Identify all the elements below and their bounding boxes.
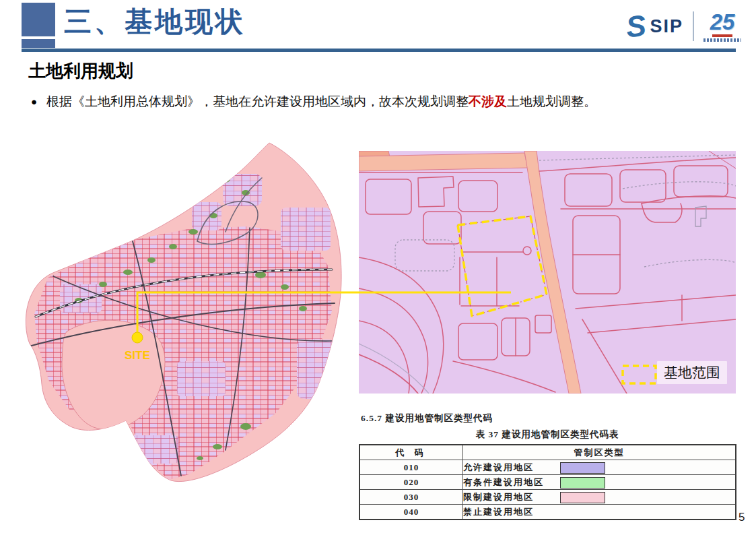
legend-label: 基地范围 — [657, 361, 727, 384]
sip-logo: S SIP 25 — [626, 11, 741, 42]
slide: 三、基地现状 S SIP 25 土地利用规划 ● 根据《土地利用总体规划》，基地… — [0, 0, 756, 535]
bullet-marker: ● — [31, 93, 37, 111]
color-swatch — [560, 477, 605, 489]
code-value: 030 — [359, 490, 463, 505]
anniversary-25-logo: 25 — [703, 11, 741, 42]
type-value: 有条件建设用地区 — [463, 475, 736, 490]
type-value: 允许建设用地区 — [463, 460, 736, 475]
title-rule — [22, 49, 736, 52]
type-label: 有条件建设用地区 — [463, 477, 544, 487]
page-title: 三、基地现状 — [64, 3, 246, 40]
type-label: 禁止建设用地区 — [463, 507, 534, 517]
table-caption: 表 37 建设用地管制区类型代码表 — [359, 429, 736, 441]
bullet-text-pre: 根据《土地利用总体规划》，基地在允许建设用地区域内，故本次规划调整 — [46, 94, 469, 108]
table-row: 040 禁止建设用地区 — [359, 505, 736, 520]
column-header-code: 代 码 — [359, 445, 463, 460]
table-section-heading: 6.5.7 建设用地管制区类型代码 — [361, 412, 736, 424]
control-zone-code-table-block: 6.5.7 建设用地管制区类型代码 表 37 建设用地管制区类型代码表 代 码 … — [359, 412, 736, 520]
code-value: 010 — [359, 460, 463, 475]
sip-swoosh-icon: S — [625, 12, 647, 41]
sip-logo-text: SIP — [650, 16, 683, 37]
type-label: 限制建设用地区 — [463, 492, 534, 502]
logo-divider — [693, 11, 694, 41]
control-zone-code-table: 代 码 管制区类型 010 允许建设用地区 020 有条件建设用地区 030 限… — [359, 444, 736, 520]
bullet-text-post: 土地规划调整。 — [507, 94, 596, 108]
anniversary-caption-mark — [703, 38, 741, 42]
land-use-overview-map — [24, 140, 347, 484]
type-value: 禁止建设用地区 — [463, 505, 736, 520]
section-subtitle: 土地利用规划 — [28, 59, 133, 83]
column-header-type: 管制区类型 — [463, 445, 736, 460]
anniversary-red-mark — [712, 34, 732, 37]
title-bar-decoration — [22, 39, 55, 48]
code-value: 040 — [359, 505, 463, 520]
table-row: 010 允许建设用地区 — [359, 460, 736, 475]
type-value: 限制建设用地区 — [463, 490, 736, 505]
color-swatch — [560, 492, 605, 503]
table-row: 030 限制建设用地区 — [359, 490, 736, 505]
table-row: 020 有条件建设用地区 — [359, 475, 736, 490]
code-value: 020 — [359, 475, 463, 490]
bullet-text-highlight: 不涉及 — [469, 94, 507, 108]
bullet-text: 根据《土地利用总体规划》，基地在允许建设用地区域内，故本次规划调整不涉及土地规划… — [46, 93, 596, 111]
type-label: 允许建设用地区 — [463, 462, 534, 472]
color-swatch — [560, 462, 605, 474]
bullet-item: ● 根据《土地利用总体规划》，基地在允许建设用地区域内，故本次规划调整不涉及土地… — [31, 93, 731, 111]
table-header-row: 代 码 管制区类型 — [359, 445, 736, 460]
page-number: 5 — [738, 511, 745, 524]
anniversary-25-number: 25 — [710, 11, 735, 33]
site-zoom-map — [359, 151, 736, 394]
title-square-decoration — [22, 3, 55, 36]
